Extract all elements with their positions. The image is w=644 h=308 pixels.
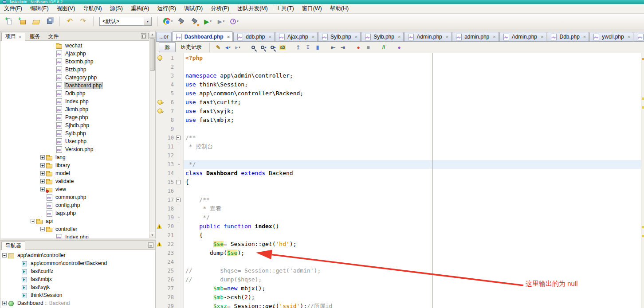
code-line[interactable]: * 控制台 <box>184 142 641 151</box>
tree-item[interactable]: +validate <box>0 177 155 185</box>
bulb-annotation-icon[interactable] <box>156 55 163 62</box>
next-bookmark-button[interactable]: ↧ <box>303 43 312 52</box>
code-line[interactable] <box>184 187 641 195</box>
expander-icon[interactable]: − <box>2 253 7 257</box>
menu-item[interactable]: 工具(T) <box>272 4 298 13</box>
code-line[interactable]: use fast\mbjx; <box>184 116 641 125</box>
tree-item[interactable]: Btzb.php <box>0 66 155 74</box>
code-line[interactable] <box>184 257 641 266</box>
code-line[interactable]: /** <box>184 133 641 142</box>
tree-item[interactable]: fast\syjk <box>0 283 155 291</box>
tree-item[interactable]: Ddb.php <box>0 90 155 97</box>
tree-item[interactable]: Sjhdb.php <box>0 121 155 129</box>
find-next-button[interactable]: ▸ <box>268 43 277 52</box>
debug-project-button[interactable]: ▶▾ <box>215 16 227 27</box>
open-project-button[interactable] <box>30 16 42 27</box>
editor-tab[interactable]: ...or <box>156 32 172 41</box>
run-project-button[interactable]: ▶▾ <box>202 16 214 27</box>
editor-tab[interactable]: Ddb.php× <box>547 32 589 41</box>
scrollbar-thumb[interactable] <box>150 38 155 71</box>
tree-item[interactable]: Index.php <box>0 97 155 105</box>
tree-item[interactable]: +model <box>0 169 155 177</box>
code-line[interactable]: // $hqse= Session::get('admin'); <box>184 266 641 275</box>
code-line[interactable]: use fast\curlfz; <box>184 98 641 107</box>
bulbq-annotation-icon[interactable] <box>156 108 163 115</box>
close-icon[interactable]: × <box>628 35 630 39</box>
code-line[interactable]: dump($se); <box>184 249 641 257</box>
tree-item[interactable]: User.php <box>0 137 155 145</box>
find-button[interactable] <box>249 43 258 52</box>
config-select[interactable]: <默认> ▼ <box>99 17 152 26</box>
editor-tab[interactable]: Sylb.php× <box>361 32 404 41</box>
shift-right-button[interactable]: ⇥ <box>338 43 347 52</box>
close-icon[interactable]: × <box>312 35 314 39</box>
chevron-down-icon[interactable]: ▼ <box>144 17 151 25</box>
toggle-comment-button[interactable]: // <box>379 43 388 52</box>
editor-tab[interactable]: Jkmb.php× <box>634 32 644 41</box>
expander-icon[interactable]: + <box>40 171 45 175</box>
clean-build-button[interactable] <box>188 16 200 27</box>
panel-tab[interactable]: 项目× <box>1 32 25 41</box>
history-view-button[interactable]: 历史记录 <box>177 43 205 52</box>
menu-item[interactable]: 运行(R) <box>153 4 180 13</box>
browser-button[interactable]: ▾ <box>162 16 174 27</box>
fold-box-icon[interactable] <box>174 133 183 142</box>
close-icon[interactable]: × <box>583 35 586 39</box>
tree-item[interactable]: +lang <box>0 153 155 161</box>
tree-item[interactable]: Ajax.php <box>0 50 155 58</box>
code-line[interactable] <box>184 151 641 160</box>
close-icon[interactable]: × <box>398 35 401 39</box>
menu-item[interactable]: 文件(F) <box>0 4 26 13</box>
expander-icon[interactable]: + <box>40 155 45 160</box>
code-line[interactable]: use app\common\controller\Backend; <box>184 89 641 98</box>
editor-tab[interactable]: Sylb.php× <box>318 32 361 41</box>
tree-item[interactable]: Btxxmb.php <box>0 58 155 66</box>
code-line[interactable]: $mb->csh(2); <box>184 293 641 302</box>
menu-item[interactable]: 源(S) <box>106 4 127 13</box>
scroll-down-icon[interactable]: ▼ <box>149 232 155 238</box>
stop-macro-button[interactable]: ■ <box>364 43 373 52</box>
tree-item[interactable]: −api <box>0 217 155 225</box>
bulbq-annotation-icon[interactable] <box>156 99 163 106</box>
expander-icon[interactable]: + <box>40 187 45 191</box>
tree-item[interactable]: config.php <box>0 201 155 209</box>
code-line[interactable]: $se= Session::get('hd'); <box>184 240 641 249</box>
previous-bookmark-button[interactable]: ↥ <box>294 43 302 52</box>
fold-box-icon[interactable] <box>174 178 183 187</box>
undo-button[interactable]: ↶ <box>64 16 76 27</box>
code-line[interactable]: { <box>184 178 641 187</box>
code-line[interactable]: <?php <box>184 54 641 62</box>
menu-item[interactable]: 帮助(H) <box>326 4 353 13</box>
menu-item[interactable]: 导航(N) <box>79 4 106 13</box>
tree-item[interactable]: Category.php <box>0 74 155 82</box>
source-view-button[interactable]: 源 <box>159 42 176 52</box>
menu-item[interactable]: 调试(D) <box>180 4 207 13</box>
tree-item[interactable]: Sylb.php <box>0 129 155 137</box>
tree-item[interactable]: wechat <box>0 42 155 50</box>
code-line[interactable]: */ <box>184 213 641 222</box>
code-line[interactable] <box>184 125 641 133</box>
editor-tab[interactable]: Admin.php× <box>404 32 452 41</box>
tree-item[interactable]: Dashboard.php <box>0 82 155 90</box>
code-line[interactable] <box>184 62 641 71</box>
editor-tab[interactable]: ddb.php× <box>233 32 275 41</box>
tree-item[interactable]: −app\admin\controller <box>0 251 155 259</box>
close-icon[interactable]: × <box>446 35 448 39</box>
menu-item[interactable]: 重构(A) <box>127 4 153 13</box>
code-line[interactable]: public function index() <box>184 222 641 231</box>
profiler-point-button[interactable]: ● <box>395 43 404 52</box>
code-line[interactable]: */ <box>184 160 641 169</box>
tree-item[interactable]: tags.php <box>0 209 155 217</box>
menu-item[interactable]: 分析(P) <box>207 4 233 13</box>
scroll-up-icon[interactable]: ▲ <box>149 31 155 38</box>
tree-item[interactable]: common.php <box>0 193 155 201</box>
editor-tab[interactable]: ywcll.php× <box>589 32 633 41</box>
expander-icon[interactable]: − <box>31 219 35 223</box>
editor-tab[interactable]: Ajax.php× <box>275 32 318 41</box>
warn-annotation-icon[interactable] <box>156 223 163 230</box>
menu-item[interactable]: 窗口(W) <box>298 4 326 13</box>
expander-icon[interactable]: − <box>40 227 45 231</box>
expander-icon[interactable]: + <box>2 301 7 305</box>
toggle-bookmark-button[interactable]: ▮ <box>313 43 322 52</box>
code-line[interactable]: use think\Session; <box>184 80 641 89</box>
